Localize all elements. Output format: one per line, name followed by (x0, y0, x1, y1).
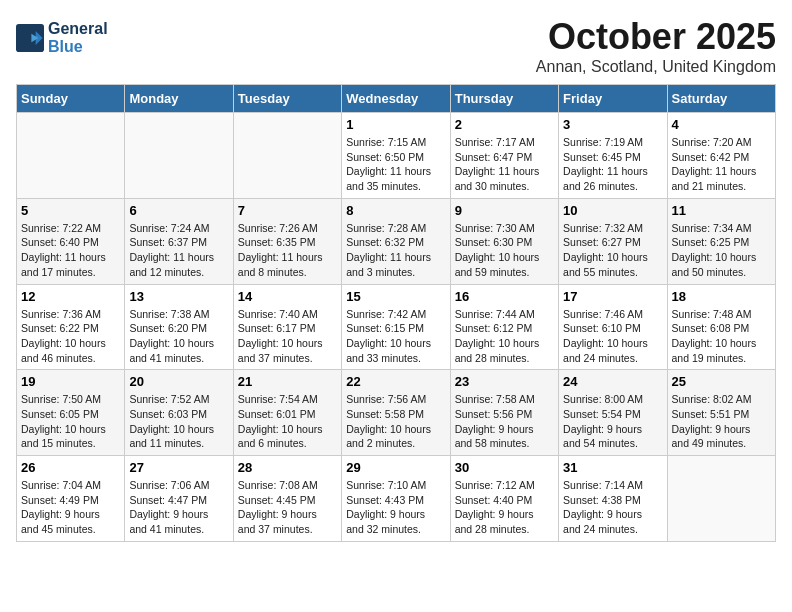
day-number: 4 (672, 117, 771, 132)
day-info-line: and 37 minutes. (238, 522, 337, 537)
day-cell: 8Sunrise: 7:28 AMSunset: 6:32 PMDaylight… (342, 198, 450, 284)
day-info-line: Sunset: 4:47 PM (129, 493, 228, 508)
day-info-line: Sunrise: 7:10 AM (346, 478, 445, 493)
day-info-line: and 17 minutes. (21, 265, 120, 280)
day-info-line: and 32 minutes. (346, 522, 445, 537)
logo: General Blue (16, 20, 108, 56)
day-info-line: Daylight: 10 hours (238, 336, 337, 351)
day-cell: 31Sunrise: 7:14 AMSunset: 4:38 PMDayligh… (559, 456, 667, 542)
day-number: 16 (455, 289, 554, 304)
day-info-line: and 28 minutes. (455, 522, 554, 537)
day-info-line: Daylight: 10 hours (672, 336, 771, 351)
day-number: 8 (346, 203, 445, 218)
day-info-line: and 2 minutes. (346, 436, 445, 451)
day-info-line: Sunrise: 7:32 AM (563, 221, 662, 236)
day-cell (17, 113, 125, 199)
week-row-3: 12Sunrise: 7:36 AMSunset: 6:22 PMDayligh… (17, 284, 776, 370)
day-cell: 21Sunrise: 7:54 AMSunset: 6:01 PMDayligh… (233, 370, 341, 456)
day-info-line: and 58 minutes. (455, 436, 554, 451)
day-info-line: Sunrise: 7:34 AM (672, 221, 771, 236)
day-info-line: and 49 minutes. (672, 436, 771, 451)
week-row-2: 5Sunrise: 7:22 AMSunset: 6:40 PMDaylight… (17, 198, 776, 284)
title-area: October 2025 Annan, Scotland, United Kin… (536, 16, 776, 76)
day-info-line: Daylight: 11 hours (346, 250, 445, 265)
day-info-line: Daylight: 11 hours (563, 164, 662, 179)
day-info-line: Sunset: 4:38 PM (563, 493, 662, 508)
day-info-line: and 8 minutes. (238, 265, 337, 280)
day-info-line: Sunset: 5:56 PM (455, 407, 554, 422)
day-number: 22 (346, 374, 445, 389)
day-info-line: Daylight: 10 hours (21, 336, 120, 351)
day-info-line: Daylight: 10 hours (238, 422, 337, 437)
weekday-header-wednesday: Wednesday (342, 85, 450, 113)
week-row-4: 19Sunrise: 7:50 AMSunset: 6:05 PMDayligh… (17, 370, 776, 456)
day-info-line: Sunrise: 8:02 AM (672, 392, 771, 407)
day-info-line: and 12 minutes. (129, 265, 228, 280)
day-info-line: Sunset: 6:15 PM (346, 321, 445, 336)
day-info-line: and 59 minutes. (455, 265, 554, 280)
day-info-line: Daylight: 9 hours (455, 507, 554, 522)
day-info-line: Daylight: 9 hours (563, 422, 662, 437)
day-info-line: Daylight: 11 hours (21, 250, 120, 265)
day-info-line: Sunset: 6:37 PM (129, 235, 228, 250)
day-info-line: Sunset: 6:01 PM (238, 407, 337, 422)
day-number: 6 (129, 203, 228, 218)
header: General Blue October 2025 Annan, Scotlan… (16, 16, 776, 76)
day-info-line: Sunset: 6:42 PM (672, 150, 771, 165)
day-cell: 17Sunrise: 7:46 AMSunset: 6:10 PMDayligh… (559, 284, 667, 370)
day-info-line: and 24 minutes. (563, 522, 662, 537)
day-info-line: and 15 minutes. (21, 436, 120, 451)
day-info-line: Sunset: 4:40 PM (455, 493, 554, 508)
day-info-line: Daylight: 9 hours (672, 422, 771, 437)
day-info-line: Sunset: 6:45 PM (563, 150, 662, 165)
day-info-line: Sunrise: 7:46 AM (563, 307, 662, 322)
day-info-line: and 30 minutes. (455, 179, 554, 194)
day-info-line: Daylight: 10 hours (563, 250, 662, 265)
day-info-line: Daylight: 10 hours (129, 336, 228, 351)
day-info-line: Sunset: 6:08 PM (672, 321, 771, 336)
day-info-line: Daylight: 10 hours (346, 422, 445, 437)
day-cell: 20Sunrise: 7:52 AMSunset: 6:03 PMDayligh… (125, 370, 233, 456)
day-info-line: Sunset: 5:51 PM (672, 407, 771, 422)
day-info-line: and 41 minutes. (129, 351, 228, 366)
day-number: 30 (455, 460, 554, 475)
day-info-line: and 24 minutes. (563, 351, 662, 366)
day-info-line: Daylight: 11 hours (238, 250, 337, 265)
day-info-line: Daylight: 9 hours (563, 507, 662, 522)
day-cell: 2Sunrise: 7:17 AMSunset: 6:47 PMDaylight… (450, 113, 558, 199)
day-info-line: Daylight: 9 hours (129, 507, 228, 522)
day-cell: 1Sunrise: 7:15 AMSunset: 6:50 PMDaylight… (342, 113, 450, 199)
day-info-line: Daylight: 10 hours (21, 422, 120, 437)
day-info-line: Daylight: 10 hours (129, 422, 228, 437)
day-info-line: and 6 minutes. (238, 436, 337, 451)
day-info-line: Sunset: 4:49 PM (21, 493, 120, 508)
day-info-line: Daylight: 10 hours (346, 336, 445, 351)
day-info-line: Sunrise: 8:00 AM (563, 392, 662, 407)
day-cell: 22Sunrise: 7:56 AMSunset: 5:58 PMDayligh… (342, 370, 450, 456)
day-info-line: Sunset: 6:22 PM (21, 321, 120, 336)
day-info-line: Sunset: 4:45 PM (238, 493, 337, 508)
day-info-line: Sunrise: 7:52 AM (129, 392, 228, 407)
day-cell: 9Sunrise: 7:30 AMSunset: 6:30 PMDaylight… (450, 198, 558, 284)
day-number: 27 (129, 460, 228, 475)
day-info-line: Sunset: 6:05 PM (21, 407, 120, 422)
day-cell: 11Sunrise: 7:34 AMSunset: 6:25 PMDayligh… (667, 198, 775, 284)
day-number: 14 (238, 289, 337, 304)
day-info-line: Daylight: 10 hours (455, 336, 554, 351)
day-info-line: Daylight: 11 hours (455, 164, 554, 179)
day-info-line: Sunrise: 7:17 AM (455, 135, 554, 150)
day-info-line: Sunrise: 7:54 AM (238, 392, 337, 407)
day-number: 1 (346, 117, 445, 132)
day-number: 2 (455, 117, 554, 132)
day-info-line: and 55 minutes. (563, 265, 662, 280)
day-number: 20 (129, 374, 228, 389)
day-info-line: Sunrise: 7:22 AM (21, 221, 120, 236)
day-cell: 12Sunrise: 7:36 AMSunset: 6:22 PMDayligh… (17, 284, 125, 370)
day-cell: 19Sunrise: 7:50 AMSunset: 6:05 PMDayligh… (17, 370, 125, 456)
day-info-line: Sunrise: 7:20 AM (672, 135, 771, 150)
day-info-line: Daylight: 11 hours (346, 164, 445, 179)
day-info-line: Sunrise: 7:50 AM (21, 392, 120, 407)
day-info-line: Sunrise: 7:28 AM (346, 221, 445, 236)
day-info-line: Daylight: 9 hours (346, 507, 445, 522)
day-info-line: Daylight: 11 hours (672, 164, 771, 179)
